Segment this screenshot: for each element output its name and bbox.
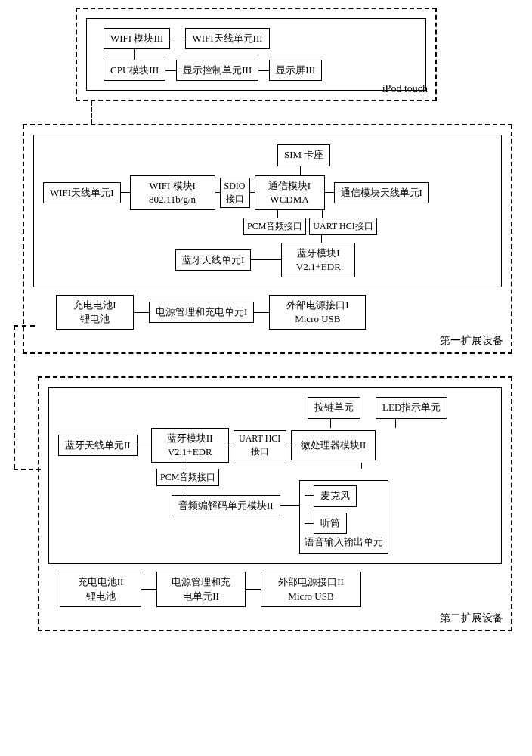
ext-power-2-l2: Micro USB: [288, 590, 333, 602]
battery-1-l2: 锂电池: [80, 313, 110, 324]
ext1-inner: SIM 卡座 WIFI天线单元I WIFI 模块I 802.11b/g/n SD…: [33, 135, 502, 287]
bt-module-1: 蓝牙模块I V2.1+EDR: [281, 243, 355, 277]
ext-power-1-l1: 外部电源接口I: [286, 299, 348, 311]
ext-power-1: 外部电源接口I Micro USB: [269, 295, 366, 330]
voice-io-unit: 麦克风 听筒 语音输入输出单元: [299, 480, 388, 555]
ext2-label: 第二扩展设备: [440, 612, 503, 625]
wifi-module-3: WIFI 模块III: [104, 28, 170, 49]
comm-module-1-l2: WCDMA: [270, 194, 308, 205]
ext-power-1-l2: Micro USB: [295, 313, 340, 324]
ipod-label: iPod touch: [382, 83, 428, 95]
earpiece: 听筒: [314, 513, 347, 534]
bt-module-2: 蓝牙模块II V2.1+EDR: [151, 428, 229, 463]
bt-module-2-l2: V2.1+EDR: [168, 446, 212, 457]
pcm-interface-1: PCM音频接口: [243, 218, 306, 235]
display-control-3: 显示控制单元III: [176, 60, 258, 81]
display-3: 显示屏III: [269, 60, 322, 81]
power-mgmt-2-l1: 电源管理和充: [172, 576, 230, 587]
ext1-container: SIM 卡座 WIFI天线单元I WIFI 模块I 802.11b/g/n SD…: [23, 124, 512, 354]
bt-antenna-2: 蓝牙天线单元II: [58, 435, 138, 456]
wifi-module-1-l2: 802.11b/g/n: [149, 194, 196, 205]
ipod-inner: WIFI 模块III WIFI天线单元III CPU模块III 显示控制单元II…: [86, 18, 426, 91]
bt-module-1-l2: V2.1+EDR: [296, 261, 341, 272]
voice-io-label: 语音输入输出单元: [305, 535, 383, 549]
wifi-module-1-l1: WIFI 模块I: [149, 180, 196, 191]
audio-codec-2: 音频编解码单元模块II: [172, 495, 280, 516]
battery-2-l1: 充电电池II: [78, 576, 124, 587]
bt-module-1-l1: 蓝牙模块I: [297, 247, 339, 259]
power-mgmt-2-l2: 电单元II: [183, 590, 219, 602]
comm-module-1: 通信模块I WCDMA: [255, 175, 325, 210]
comm-module-1-l1: 通信模块I: [268, 180, 311, 191]
ext-power-2: 外部电源接口II Micro USB: [261, 572, 361, 606]
ext-power-2-l1: 外部电源接口II: [278, 576, 344, 587]
ext2-inner: 按键单元 LED指示单元 蓝牙天线单元II 蓝牙模块II V2.1+EDR UA…: [48, 387, 502, 564]
ipod-touch-container: WIFI 模块III WIFI天线单元III CPU模块III 显示控制单元II…: [76, 8, 437, 101]
wifi-antenna-1: WIFI天线单元I: [43, 182, 121, 203]
led-unit: LED指示单元: [376, 397, 447, 418]
battery-2-l2: 锂电池: [86, 590, 116, 602]
wifi-antenna-3: WIFI天线单元III: [185, 28, 269, 49]
power-mgmt-2: 电源管理和充 电单元II: [156, 572, 246, 606]
uart-hci-1: UART HCI接口: [309, 218, 376, 235]
microphone: 麦克风: [314, 485, 357, 507]
uart-hci-2: UART HCI接口: [234, 430, 286, 460]
power-mgmt-1: 电源管理和充电单元I: [149, 302, 254, 323]
bt-antenna-1: 蓝牙天线单元I: [175, 249, 251, 271]
sim-socket: SIM 卡座: [277, 144, 330, 166]
battery-1: 充电电池I 锂电池: [56, 295, 134, 330]
bt-module-2-l1: 蓝牙模块II: [167, 432, 213, 444]
ext1-label: 第一扩展设备: [440, 334, 503, 348]
connector-ipod-ext1: [91, 101, 92, 124]
comm-antenna-1: 通信模块天线单元I: [334, 182, 429, 203]
cpu-module-3: CPU模块III: [104, 60, 165, 81]
pcm-interface-2: PCM音频接口: [156, 469, 219, 486]
wifi-module-1: WIFI 模块I 802.11b/g/n: [130, 175, 215, 210]
key-unit: 按键单元: [308, 397, 360, 418]
ext2-container: 按键单元 LED指示单元 蓝牙天线单元II 蓝牙模块II V2.1+EDR UA…: [38, 376, 512, 631]
sdio-interface: SDIO接口: [220, 178, 250, 208]
battery-2: 充电电池II 锂电池: [60, 572, 141, 606]
battery-1-l1: 充电电池I: [73, 299, 116, 311]
mcu-2: 微处理器模块II: [291, 430, 376, 460]
